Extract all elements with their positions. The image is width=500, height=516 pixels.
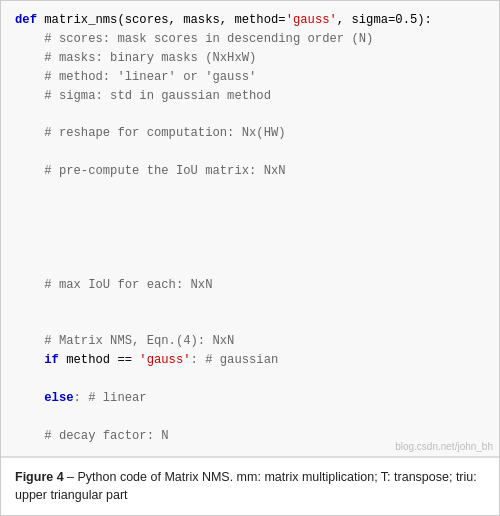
comment: # max IoU for each: NxN — [15, 278, 212, 292]
code-line: # scores: mask scores in descending orde… — [15, 30, 485, 49]
code-line — [15, 314, 485, 333]
code-line: # max IoU for each: NxN — [15, 276, 485, 295]
comment: # scores: mask scores in descending orde… — [15, 32, 373, 46]
code-line: def matrix_nms(scores, masks, method='ga… — [15, 11, 485, 30]
code-line: # method: 'linear' or 'gauss' — [15, 68, 485, 87]
code-line — [15, 408, 485, 427]
comment: # masks: binary masks (NxHxW) — [15, 51, 256, 65]
code-line: else: # linear — [15, 389, 485, 408]
comment: # method: 'linear' or 'gauss' — [15, 70, 256, 84]
code-line — [15, 238, 485, 257]
main-container: def matrix_nms(scores, masks, method='ga… — [0, 0, 500, 516]
string-literal: 'gauss' — [139, 353, 190, 367]
comment: # Matrix NMS, Eqn.(4): NxN — [15, 334, 234, 348]
comment: # decay factor: N — [15, 429, 169, 443]
comment: # pre-compute the IoU matrix: NxN — [15, 164, 286, 178]
comment: : # linear — [74, 391, 147, 405]
code-line — [15, 295, 485, 314]
code-line: # Matrix NMS, Eqn.(4): NxN — [15, 332, 485, 351]
code-line — [15, 181, 485, 200]
code-line — [15, 143, 485, 162]
code-line — [15, 106, 485, 125]
string-literal: 'gauss' — [286, 13, 337, 27]
code-line: # sigma: std in gaussian method — [15, 87, 485, 106]
code-text: , sigma=0.5): — [337, 13, 432, 27]
code-block: def matrix_nms(scores, masks, method='ga… — [15, 11, 485, 457]
code-text: matrix_nms — [44, 13, 117, 27]
code-line: # reshape for computation: Nx(HW) — [15, 124, 485, 143]
keyword: if — [15, 353, 59, 367]
watermark: blog.csdn.net/john_bh — [395, 441, 493, 452]
keyword: else — [15, 391, 74, 405]
code-line — [15, 257, 485, 276]
code-line — [15, 200, 485, 219]
code-text: method == — [59, 353, 139, 367]
caption-area: Figure 4 – Python code of Matrix NMS. mm… — [1, 457, 499, 516]
comment: : # gaussian — [191, 353, 279, 367]
code-area: def matrix_nms(scores, masks, method='ga… — [1, 1, 499, 457]
code-line: # pre-compute the IoU matrix: NxN — [15, 162, 485, 181]
comment: # sigma: std in gaussian method — [15, 89, 271, 103]
caption-text: Figure 4 – Python code of Matrix NMS. mm… — [15, 470, 477, 503]
code-line: # masks: binary masks (NxHxW) — [15, 49, 485, 68]
code-line — [15, 219, 485, 238]
keyword: def — [15, 13, 44, 27]
code-line: if method == 'gauss': # gaussian — [15, 351, 485, 370]
caption-label: Figure 4 — [15, 470, 64, 484]
comment: # reshape for computation: Nx(HW) — [15, 126, 286, 140]
code-line — [15, 370, 485, 389]
caption-description: – Python code of Matrix NMS. mm: matrix … — [15, 470, 477, 503]
code-text: (scores, masks, method= — [117, 13, 285, 27]
